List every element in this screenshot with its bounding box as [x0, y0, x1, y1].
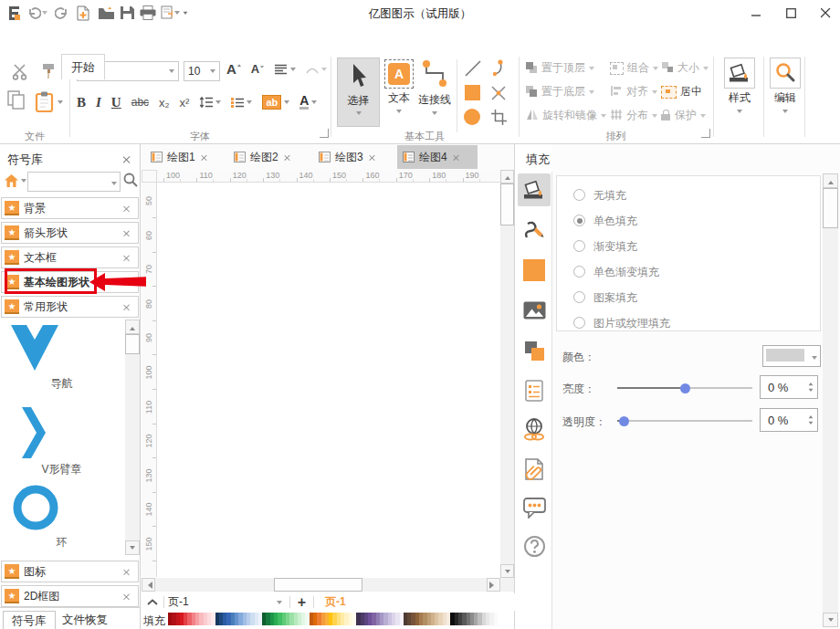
page-selector[interactable]: 页-1	[168, 594, 189, 610]
close-section-icon[interactable]	[123, 592, 131, 600]
transparency-spinner[interactable]: 0 %	[760, 408, 818, 432]
subscript-button[interactable]: x₂	[159, 96, 170, 110]
ellipse-tool[interactable]	[464, 109, 480, 125]
section-icons[interactable]: ★ 图标	[1, 561, 139, 582]
option-no-fill[interactable]: 无填充	[593, 188, 626, 204]
section-backgrounds[interactable]: ★ 背景	[1, 197, 139, 219]
select-tool-button[interactable]: 选择	[337, 58, 380, 127]
radio-single-gradient-fill[interactable]	[573, 266, 585, 278]
close-tab-icon[interactable]	[201, 153, 207, 160]
transparency-slider-handle[interactable]	[619, 416, 629, 426]
close-window-button[interactable]	[816, 5, 835, 21]
minimize-button[interactable]	[747, 5, 765, 21]
quick-color-tab-icon[interactable]	[518, 254, 551, 287]
highlight-button[interactable]: ab	[262, 95, 289, 110]
panel-scroll-down[interactable]	[823, 613, 838, 627]
line-style-tab-icon[interactable]	[518, 214, 551, 246]
spinner-up-icon[interactable]	[809, 414, 814, 419]
option-pattern-fill[interactable]: 图案填充	[593, 290, 637, 306]
option-gradient-fill[interactable]: 渐变填充	[593, 239, 637, 255]
center-button[interactable]: 居中	[661, 84, 702, 100]
radio-solid-fill[interactable]	[573, 215, 585, 226]
option-solid-fill[interactable]: 单色填充	[593, 214, 637, 229]
curve-tool[interactable]	[489, 58, 508, 80]
canvas-scroll-left[interactable]	[142, 578, 155, 592]
comment-tab-icon[interactable]	[518, 491, 551, 524]
text-tool-button[interactable]: A 文本	[383, 58, 415, 116]
format-painter-icon[interactable]	[40, 63, 57, 83]
shape-navigation[interactable]	[11, 325, 58, 375]
canvas-scroll-down[interactable]	[500, 564, 514, 578]
group-button[interactable]: 组合	[610, 60, 658, 76]
collapse-pages-icon[interactable]	[147, 596, 158, 609]
hyperlink-tab-icon[interactable]	[518, 413, 551, 446]
font-size-select[interactable]: 10	[184, 61, 220, 81]
close-tab-icon[interactable]	[369, 153, 375, 160]
canvas-h-thumb[interactable]	[274, 578, 362, 592]
section-arrow-shapes[interactable]: ★ 箭头形状	[1, 222, 139, 244]
gallery-scrollbar[interactable]	[125, 320, 140, 555]
brightness-spinner[interactable]: 0 %	[760, 375, 818, 399]
edit-button[interactable]: 编辑	[769, 58, 802, 116]
panel-scroll-thumb[interactable]	[823, 188, 838, 228]
connector-tool-button[interactable]: 连接线	[416, 58, 453, 118]
spinner-up-icon[interactable]	[809, 381, 814, 386]
underline-button[interactable]: U	[111, 95, 121, 110]
line-tool[interactable]	[464, 59, 482, 80]
shadow-tab-icon[interactable]	[518, 334, 551, 367]
section-text-boxes[interactable]: ★ 文本框	[1, 246, 139, 268]
section-2d-block[interactable]: ★ 2D框图	[1, 585, 139, 607]
help-tab-icon[interactable]	[518, 529, 551, 562]
spinner-down-icon[interactable]	[809, 389, 814, 394]
close-section-icon[interactable]	[123, 254, 131, 261]
bullet-list-button[interactable]	[231, 97, 252, 109]
gallery-scroll-down[interactable]	[125, 540, 140, 555]
paste-button[interactable]	[35, 91, 63, 112]
italic-button[interactable]: I	[96, 95, 101, 110]
close-tab-icon[interactable]	[284, 153, 290, 160]
canvas-v-thumb[interactable]	[500, 183, 514, 225]
maximize-button[interactable]	[782, 5, 800, 21]
close-library-icon[interactable]	[122, 155, 131, 163]
close-tab-icon[interactable]	[453, 153, 459, 160]
tab-drawing2[interactable]: 绘图2	[228, 145, 297, 169]
panel-scroll-up[interactable]	[823, 173, 838, 188]
line-spacing-button[interactable]	[199, 96, 221, 109]
tab-drawing4-active[interactable]: 绘图4	[397, 145, 478, 169]
align-objects-button[interactable]: 对齐	[610, 84, 657, 100]
cut-icon[interactable]	[11, 64, 29, 83]
font-dialog-launcher[interactable]	[320, 129, 329, 138]
gallery-scroll-up[interactable]	[125, 320, 140, 334]
superscript-button[interactable]: x²	[180, 96, 190, 110]
cross-connector-tool[interactable]	[489, 84, 508, 105]
picture-tab-icon[interactable]	[518, 294, 551, 327]
option-single-gradient-fill[interactable]: 单色渐变填充	[593, 265, 659, 280]
align-button[interactable]	[274, 64, 296, 75]
shape-v-chevron[interactable]	[22, 407, 46, 461]
crop-tool[interactable]	[490, 109, 508, 129]
search-icon[interactable]	[123, 173, 138, 190]
bold-button[interactable]: B	[77, 95, 86, 110]
close-section-icon[interactable]	[123, 204, 131, 212]
brightness-slider-handle[interactable]	[680, 383, 690, 393]
drawing-surface[interactable]	[157, 183, 500, 578]
radio-pattern-fill[interactable]	[573, 291, 585, 303]
fill-tab-icon[interactable]	[518, 173, 551, 206]
attachment-tab-icon[interactable]	[518, 453, 551, 486]
tab-home[interactable]: 开始	[61, 54, 105, 79]
close-section-icon[interactable]	[123, 303, 131, 310]
shape-ring[interactable]	[12, 484, 59, 534]
page-setup-tab-icon[interactable]	[518, 374, 551, 407]
active-page-tab[interactable]: 页-1	[325, 594, 346, 610]
page-selector-dropdown-icon[interactable]	[277, 601, 282, 607]
radio-texture-fill[interactable]	[573, 317, 585, 329]
section-common-shapes[interactable]: ★ 常用形状	[1, 296, 139, 318]
rectangle-tool[interactable]	[465, 85, 480, 100]
rotate-mirror-button[interactable]: 旋转和镜像	[526, 108, 606, 123]
grow-font-button[interactable]: A	[226, 61, 242, 77]
canvas-scroll-right[interactable]	[487, 578, 500, 592]
distribute-button[interactable]: 分布	[610, 108, 657, 123]
tab-file-recovery[interactable]: 文件恢复	[62, 613, 108, 628]
strikethrough-button[interactable]: abc	[131, 96, 149, 109]
panel-scrollbar[interactable]	[823, 173, 838, 627]
